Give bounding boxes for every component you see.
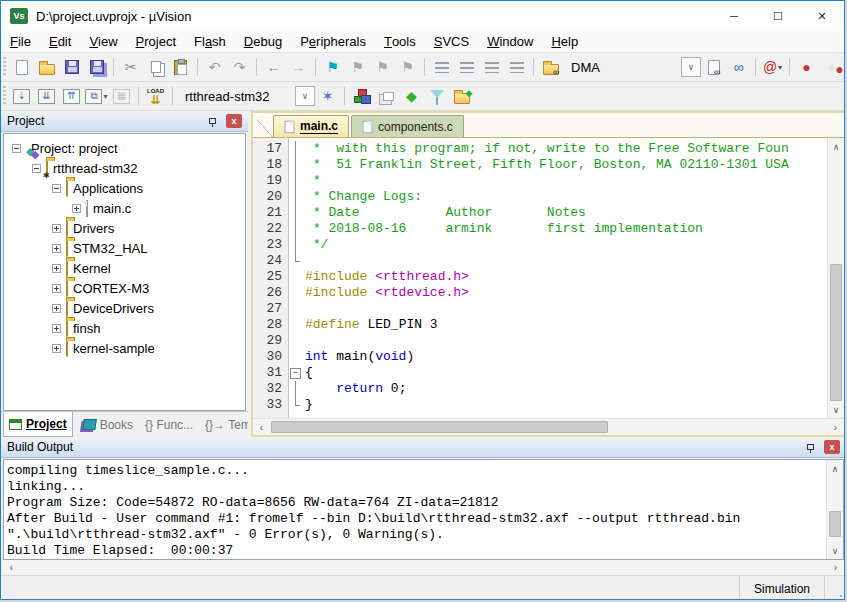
project-window-icon[interactable]: ◆ [399, 84, 424, 108]
scroll-right-icon[interactable]: › [827, 422, 844, 433]
menu-file[interactable]: File [1, 31, 40, 52]
scroll-right-icon[interactable]: › [827, 562, 844, 573]
redo-icon[interactable]: ↷ [227, 55, 252, 79]
expand-icon[interactable] [72, 204, 81, 213]
build-icon[interactable]: ⇊ [34, 84, 59, 108]
paste-icon[interactable] [168, 55, 193, 79]
project-panel-close-icon[interactable]: x [226, 114, 242, 128]
build-output-text[interactable]: compiling timeslice_sample.c...linking..… [4, 460, 826, 559]
expand-icon[interactable] [52, 244, 61, 253]
target-combobox[interactable]: rtthread-stm32∨ [177, 85, 315, 107]
tree-item-project-project[interactable]: Project: project [4, 138, 245, 158]
batch-build-icon[interactable]: ⧉▾ [84, 84, 109, 108]
scroll-up-icon[interactable]: ∧ [828, 138, 844, 155]
code-editor[interactable]: * with this program; if not, write to th… [302, 138, 827, 418]
chevron-down-icon[interactable]: ∨ [295, 86, 315, 106]
tree-item-kernel-sample[interactable]: kernel-sample [4, 338, 245, 358]
project-tree[interactable]: Project: projectrtthread-stm32Applicatio… [3, 133, 246, 411]
tree-item-kernel[interactable]: Kernel [4, 258, 245, 278]
rebuild-all-icon[interactable]: ⇈ [59, 84, 84, 108]
panel-tab-func[interactable]: {} Func... [140, 412, 198, 437]
bookmark-prev-icon[interactable]: ⚑ [345, 55, 370, 79]
bookmark-clear-icon[interactable]: ⚑ [395, 55, 420, 79]
scroll-up-icon[interactable]: ∧ [827, 460, 843, 477]
collapse-icon[interactable] [52, 184, 61, 193]
editor-horizontal-scrollbar[interactable]: ‹ › [253, 418, 844, 435]
copy-icon[interactable] [143, 55, 168, 79]
outdent-icon[interactable] [454, 55, 479, 79]
tree-item-cortex-m3[interactable]: CORTEX-M3 [4, 278, 245, 298]
chevron-down-icon[interactable]: ∨ [681, 57, 701, 77]
collapse-icon[interactable] [32, 164, 41, 173]
toolbar-grip[interactable] [3, 86, 6, 106]
bookmark-next-icon[interactable]: ⚑ [370, 55, 395, 79]
maximize-button[interactable]: ☐ [756, 1, 800, 31]
open-file-icon[interactable] [34, 55, 59, 79]
manage-project-items-icon[interactable] [349, 84, 374, 108]
chevron-down-icon[interactable]: ▾ [103, 92, 107, 101]
fold-margin[interactable] [289, 138, 302, 418]
scrollbar-thumb[interactable] [829, 511, 841, 537]
stop-build-icon[interactable]: ▦ [109, 84, 134, 108]
scroll-down-icon[interactable]: ∨ [828, 401, 844, 418]
navigate-back-icon[interactable]: ← [261, 55, 286, 79]
expand-icon[interactable] [52, 324, 61, 333]
editor-vertical-scrollbar[interactable]: ∧ ∨ [827, 138, 844, 418]
find-icon[interactable] [701, 55, 726, 79]
file-extensions-icon[interactable] [424, 84, 449, 108]
breakpoint-toggle-icon[interactable]: ● [794, 55, 819, 79]
save-all-icon[interactable] [84, 55, 109, 79]
fold-collapse-icon[interactable] [289, 365, 302, 381]
editor-tab-components-c[interactable]: components.c [351, 115, 464, 137]
configure-target-icon[interactable] [449, 84, 474, 108]
build-output-close-icon[interactable]: x [824, 440, 840, 454]
menu-peripherals[interactable]: Peripherals [291, 31, 375, 52]
uncomment-icon[interactable] [504, 55, 529, 79]
expand-icon[interactable] [52, 284, 61, 293]
comment-icon[interactable] [479, 55, 504, 79]
scroll-down-icon[interactable]: ∨ [827, 542, 843, 559]
menu-svcs[interactable]: SVCS [425, 31, 478, 52]
scroll-left-icon[interactable]: ‹ [3, 562, 20, 573]
save-icon[interactable] [59, 55, 84, 79]
scroll-left-icon[interactable]: ‹ [253, 422, 270, 433]
expand-icon[interactable] [52, 344, 61, 353]
indent-icon[interactable] [429, 55, 454, 79]
scrollbar-thumb[interactable] [271, 421, 608, 433]
translate-file-icon[interactable]: ⇣ [9, 84, 34, 108]
download-icon[interactable]: LOAD [143, 84, 168, 108]
undo-icon[interactable]: ↶ [202, 55, 227, 79]
tree-item-rtthread-stm32[interactable]: rtthread-stm32 [4, 158, 245, 178]
menu-edit[interactable]: Edit [40, 31, 80, 52]
navigate-forward-icon[interactable]: → [286, 55, 311, 79]
menu-flash[interactable]: Flash [185, 31, 235, 52]
pin-icon[interactable] [209, 118, 216, 124]
pin-icon[interactable] [807, 444, 814, 450]
tree-item-devicedrivers[interactable]: DeviceDrivers [4, 298, 245, 318]
panel-tab-project[interactable]: Project [3, 412, 73, 437]
menu-debug[interactable]: Debug [235, 31, 291, 52]
minimize-button[interactable]: ─ [712, 1, 756, 31]
search-at-icon[interactable]: @▾ [760, 55, 785, 79]
resize-grip[interactable] [824, 576, 845, 600]
build-vertical-scrollbar[interactable]: ∧ ∨ [826, 460, 843, 559]
breakpoint-clipped-icon[interactable]: ● [827, 57, 844, 81]
tree-item-finsh[interactable]: finsh [4, 318, 245, 338]
search-combobox[interactable]: DMA∨ [563, 56, 701, 78]
menu-help[interactable]: Help [542, 31, 587, 52]
tree-item-stm32-hal[interactable]: STM32_HAL [4, 238, 245, 258]
menu-tools[interactable]: Tools [375, 31, 425, 52]
manage-books-icon[interactable] [374, 84, 399, 108]
target-options-icon[interactable]: ✶ [315, 84, 340, 108]
tree-item-main-c[interactable]: main.c [4, 198, 245, 218]
build-horizontal-scrollbar[interactable]: ‹ › [3, 560, 844, 575]
menu-view[interactable]: View [80, 31, 126, 52]
expand-icon[interactable] [52, 224, 61, 233]
editor-tab-main-c[interactable]: main.c [273, 115, 349, 137]
collapse-icon[interactable] [12, 144, 21, 153]
expand-icon[interactable] [52, 304, 61, 313]
chevron-down-icon[interactable]: ▾ [778, 63, 782, 72]
close-button[interactable]: ✕ [800, 1, 844, 31]
cut-icon[interactable]: ✂ [118, 55, 143, 79]
scrollbar-thumb[interactable] [830, 264, 842, 401]
